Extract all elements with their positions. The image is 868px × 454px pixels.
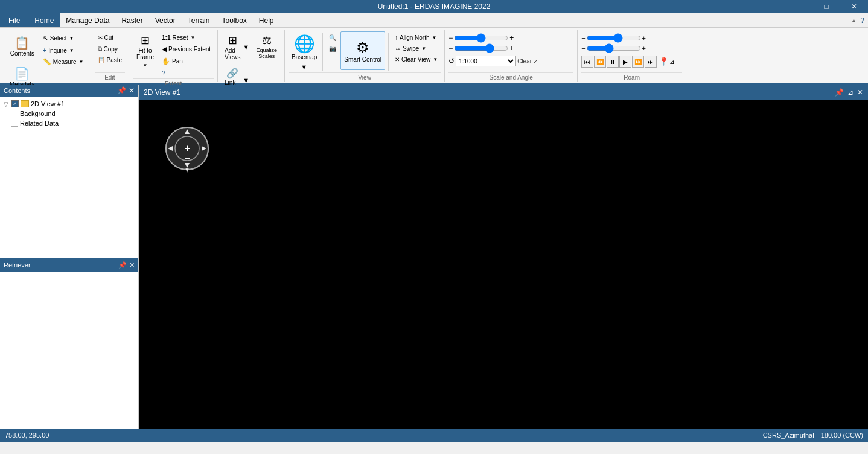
basemap-button[interactable]: 🌐 Basemap — [289, 31, 319, 63]
ribbon-group-roam: − + − + ⏮ ⏪ ⏸ ▶ ⏩ ⏭ 📍 ⊿ — [578, 30, 686, 82]
step-back-button[interactable]: ⏪ — [594, 56, 606, 68]
roam-map-icon[interactable]: 📍 — [659, 57, 669, 66]
search-button[interactable]: 🔍 — [326, 33, 339, 43]
cut-button[interactable]: ✂ Cut — [95, 33, 126, 43]
copy-button[interactable]: ⧉ Copy — [95, 43, 126, 54]
scale-slider-bottom[interactable] — [454, 44, 508, 53]
view-expand-icon[interactable]: ⊿ — [847, 88, 854, 97]
tree-item-2d-view[interactable]: ▽ ✓ 2D View #1 — [2, 99, 136, 109]
smart-control-button[interactable]: ⚙ Smart Control — [340, 31, 385, 70]
compass-svg: + − — [163, 118, 211, 179]
minimize-button[interactable]: ─ — [785, 0, 812, 13]
view-title: 2D View #1 — [144, 88, 180, 97]
previous-extent-label: Previous Extent — [168, 46, 211, 53]
pause-button[interactable]: ⏸ — [607, 56, 619, 68]
tree-item-related-data[interactable]: Related Data — [2, 118, 136, 128]
contents-header: Contents 📌 ✕ — [0, 85, 138, 97]
question-icon: ? — [162, 69, 165, 77]
retriever-close-icon[interactable]: ✕ — [129, 261, 135, 269]
clear-scale-btn[interactable]: Clear — [517, 58, 532, 65]
inquire-icon: + — [43, 46, 46, 54]
scale-angle-content: − + − + ↺ 1:1000 Clear ⊿ — [448, 31, 573, 72]
measure-button[interactable]: 📏 Measure ▼ — [40, 56, 87, 68]
navigation-compass: + − — [163, 118, 211, 179]
add-views-label: AddViews — [225, 47, 241, 60]
search-icon: 🔍 — [329, 34, 336, 41]
scale-expand-icon[interactable]: ⊿ — [533, 58, 538, 65]
help-icon[interactable]: ? — [860, 16, 864, 25]
contents-pin-icon[interactable]: 📌 — [117, 86, 126, 95]
menu-home[interactable]: Home — [28, 13, 60, 27]
retriever-pin-icon[interactable]: 📌 — [118, 261, 127, 269]
step-forward-button[interactable]: ⏩ — [632, 56, 644, 68]
tree-checkbox-2d-view[interactable]: ✓ — [11, 100, 19, 107]
ribbon-group-scale-angle: − + − + ↺ 1:1000 Clear ⊿ S — [445, 30, 578, 82]
menu-manage-data[interactable]: Manage Data — [60, 13, 115, 27]
link-views-dropdown[interactable]: ▼ — [243, 76, 249, 85]
clear-view-button[interactable]: ✕ Clear View ▼ — [392, 54, 441, 65]
paste-label: Paste — [107, 57, 123, 63]
scale-slider-top[interactable] — [454, 34, 508, 42]
menu-terrain[interactable]: Terrain — [182, 13, 216, 27]
cut-icon: ✂ — [98, 34, 103, 41]
select-label: Select — [50, 35, 67, 42]
ribbon-group-information: 📋 Contents 📄 Metadata ↖ Select ▼ — [2, 30, 91, 82]
close-button[interactable]: ✕ — [840, 0, 868, 13]
restore-button[interactable]: □ — [812, 0, 840, 13]
play-button[interactable]: ▶ — [619, 56, 631, 68]
roam-expand-icon[interactable]: ⊿ — [669, 59, 674, 65]
add-views-dropdown[interactable]: ▼ — [243, 43, 249, 51]
fit-to-frame-split: ⊞ Fit toFrame ▼ — [133, 31, 158, 68]
menu-raster[interactable]: Raster — [115, 13, 148, 27]
skip-to-end-button[interactable]: ⏭ — [645, 56, 657, 68]
status-crs: CSRS_Azimuthal — [763, 432, 814, 439]
equalize-icon: ⚖ — [262, 34, 272, 47]
tree-expander-2d-view[interactable]: ▽ — [4, 101, 10, 107]
menu-file[interactable]: File — [0, 13, 28, 27]
roam-slider-bottom[interactable] — [587, 44, 641, 53]
menu-toolbox[interactable]: Toolbox — [215, 13, 252, 27]
roam-slider-top[interactable] — [587, 34, 641, 42]
pan-button[interactable]: ✋ Pan — [159, 56, 214, 67]
tree-label-2d-view: 2D View #1 — [31, 100, 65, 107]
scale-angle-label: Scale and Angle — [448, 72, 573, 81]
fit-dropdown-arrow[interactable]: ▼ — [143, 63, 148, 68]
scale-select[interactable]: 1:1000 — [456, 56, 516, 66]
add-views-split: ⊞ AddViews ▼ — [222, 31, 249, 63]
previous-extent-button[interactable]: ◀ Previous Extent — [159, 43, 214, 55]
tree-page-icon-related-data — [11, 120, 18, 127]
quick-access-up[interactable]: ▲ — [850, 17, 857, 24]
reset-icon: 1:1 — [162, 34, 170, 41]
swipe-button[interactable]: ↔ Swipe ▼ — [392, 43, 441, 54]
reset-button[interactable]: 1:1 Reset ▼ — [159, 33, 214, 43]
menu-help[interactable]: Help — [253, 13, 280, 27]
smart-control-label: Smart Control — [344, 56, 381, 63]
roam-plus-icon: + — [642, 34, 646, 42]
add-views-button[interactable]: ⊞ AddViews — [222, 31, 243, 63]
question-button[interactable]: ? — [159, 68, 214, 78]
basemap-split: 🌐 Basemap ▼ — [289, 31, 319, 71]
view-pin-icon[interactable]: 📌 — [835, 88, 844, 97]
inquire-dropdown-arrow: ▼ — [69, 48, 74, 53]
tree-item-background[interactable]: Background — [2, 109, 136, 118]
paste-button[interactable]: 📋 Paste — [95, 55, 126, 65]
contents-close-icon[interactable]: ✕ — [129, 86, 135, 95]
svg-text:−: − — [185, 153, 190, 164]
select-button[interactable]: ↖ Select ▼ — [40, 33, 87, 44]
skip-to-start-button[interactable]: ⏮ — [581, 56, 593, 68]
view-sep2 — [388, 33, 389, 71]
layers-button[interactable]: 📷 — [326, 43, 339, 54]
contents-button[interactable]: 📋 Contents — [6, 31, 39, 62]
equalize-scales-button[interactable]: ⚖ EqualizeScales — [253, 31, 281, 62]
select-icon: ↖ — [43, 34, 48, 42]
extent-buttons: ⊞ Fit toFrame ▼ 1:1 Reset ▼ ◀ Previous — [133, 31, 214, 78]
view-canvas[interactable]: + − — [139, 100, 868, 429]
copy-label: Copy — [104, 46, 118, 53]
fit-to-frame-button[interactable]: ⊞ Fit toFrame — [133, 31, 158, 63]
view-close-icon[interactable]: ✕ — [857, 88, 863, 97]
align-north-button[interactable]: ↑ Align North ▼ — [392, 33, 441, 43]
inquire-button[interactable]: + Inquire ▼ — [40, 45, 87, 56]
edit-buttons: ✂ Cut ⧉ Copy 📋 Paste — [95, 31, 126, 72]
menu-vector[interactable]: Vector — [149, 13, 182, 27]
basemap-dropdown[interactable]: ▼ — [289, 63, 319, 71]
